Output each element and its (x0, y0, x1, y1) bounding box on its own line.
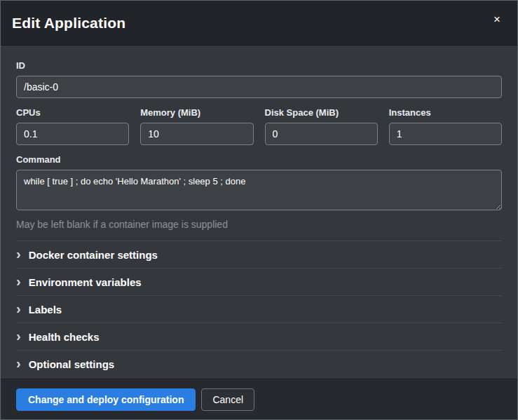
resources-row: CPUs Memory (MiB) Disk Space (MiB) Insta… (16, 98, 502, 145)
instances-input[interactable] (389, 123, 502, 145)
accordion-label-optional: Optional settings (29, 358, 115, 370)
accordion-optional-settings[interactable]: › Optional settings (16, 350, 502, 377)
change-and-deploy-button[interactable]: Change and deploy configuration (16, 388, 196, 411)
disk-space-input[interactable] (265, 123, 378, 145)
accordion-label-environment: Environment variables (29, 276, 142, 288)
id-label: ID (16, 60, 502, 71)
cancel-button[interactable]: Cancel (201, 388, 254, 411)
id-field-group: ID (16, 60, 502, 98)
command-textarea[interactable]: while [ true ] ; do echo 'Hello Marathon… (16, 170, 502, 210)
memory-label: Memory (MiB) (140, 107, 253, 118)
chevron-right-icon: › (16, 329, 21, 343)
command-label: Command (16, 154, 502, 165)
accordion-label-docker: Docker container settings (29, 249, 158, 261)
instances-field-group: Instances (389, 98, 502, 145)
chevron-right-icon: › (16, 247, 21, 261)
disk-field-group: Disk Space (MiB) (265, 98, 378, 145)
command-field-group: Command while [ true ] ; do echo 'Hello … (16, 154, 502, 230)
accordion: › Docker container settings › Environmen… (16, 241, 502, 377)
accordion-labels[interactable]: › Labels (16, 295, 502, 323)
accordion-environment-variables[interactable]: › Environment variables (16, 268, 502, 295)
modal-body: ID CPUs Memory (MiB) Disk Space (MiB) In… (1, 46, 517, 379)
disk-space-label: Disk Space (MiB) (265, 107, 378, 118)
modal-footer: Change and deploy configuration Cancel (1, 379, 517, 419)
instances-label: Instances (389, 107, 502, 118)
cpus-input[interactable] (16, 123, 129, 145)
accordion-label-labels: Labels (29, 304, 62, 316)
chevron-right-icon: › (16, 356, 21, 370)
chevron-right-icon: › (16, 302, 21, 316)
accordion-label-health: Health checks (29, 331, 100, 343)
accordion-health-checks[interactable]: › Health checks (16, 323, 502, 350)
modal-header: Edit Application × (1, 1, 517, 46)
memory-field-group: Memory (MiB) (140, 98, 253, 145)
memory-input[interactable] (140, 123, 253, 145)
cpus-label: CPUs (16, 107, 129, 118)
cpus-field-group: CPUs (16, 98, 129, 145)
edit-application-modal: Edit Application × ID CPUs Memory (MiB) … (0, 0, 518, 420)
accordion-docker-container-settings[interactable]: › Docker container settings (16, 241, 502, 268)
close-icon[interactable]: × (491, 11, 503, 28)
id-input[interactable] (16, 76, 502, 98)
chevron-right-icon: › (16, 274, 21, 288)
command-help-text: May be left blank if a container image i… (16, 219, 502, 230)
modal-title: Edit Application (12, 15, 125, 32)
